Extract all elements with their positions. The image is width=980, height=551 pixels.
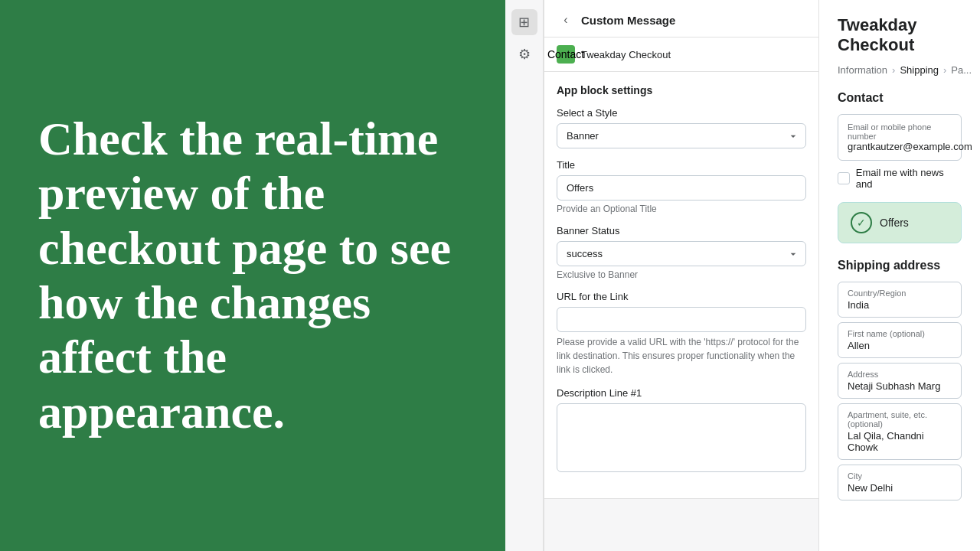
address-apt-value: Lal Qila, Chandni Chowk (848, 430, 952, 453)
offers-text: Offers (880, 217, 909, 229)
settings-title: Custom Message (581, 14, 675, 27)
breadcrumb-sep-2: › (943, 64, 946, 76)
address-country-field: Country/Region India (838, 282, 962, 318)
checkout-preview: Tweakday Checkout Information › Shipping… (819, 0, 980, 551)
address-apt-label: Apartment, suite, etc. (optional) (848, 410, 952, 429)
style-field-group: Select a Style Banner Inline Popup (557, 107, 806, 148)
desc-label: Description Line #1 (557, 387, 806, 399)
address-apt-field: Apartment, suite, etc. (optional) Lal Qi… (838, 403, 962, 460)
banner-status-field-group: Banner Status success warning error info… (557, 225, 806, 280)
url-field-group: URL for the Link Please provide a valid … (557, 291, 806, 377)
breadcrumb-payment: Pa... (951, 64, 972, 76)
offers-check-icon: ✓ (851, 212, 872, 233)
email-checkbox[interactable] (838, 172, 850, 184)
layout-icon[interactable]: ⊞ (511, 9, 537, 35)
shipping-section-title: Shipping address (838, 259, 962, 272)
breadcrumb-sep-1: › (892, 64, 895, 76)
contact-field: Email or mobile phone number grantkautze… (838, 114, 962, 161)
address-firstname-value: Allen (848, 340, 952, 351)
address-firstname-label: First name (optional) (848, 329, 952, 338)
app-icon: Contact (557, 45, 575, 64)
banner-status-select[interactable]: success warning error info (557, 241, 806, 266)
email-opt-row: Email me with news and (838, 167, 962, 190)
middle-wrapper: ⊞ ⚙ ‹ Custom Message Contact Tweakday Ch… (505, 0, 819, 551)
breadcrumb-information: Information (838, 64, 887, 76)
desc-field-group: Description Line #1 (557, 387, 806, 475)
contact-section-title: Contact (838, 91, 962, 105)
address-street-label: Address (848, 370, 952, 379)
sidebar: ⊞ ⚙ (505, 0, 544, 551)
checkout-title: Tweakday Checkout (838, 15, 962, 55)
address-country-value: India (848, 299, 952, 311)
desc-textarea[interactable] (557, 403, 806, 472)
settings-content: App block settings Select a Style Banner… (544, 72, 818, 551)
form-section: App block settings Select a Style Banner… (544, 72, 818, 499)
address-city-value: New Delhi (848, 482, 952, 494)
address-city-label: City (848, 471, 952, 481)
main-heading: Check the real-time preview of the check… (38, 112, 467, 439)
offers-banner: ✓ Offers (838, 202, 962, 243)
left-panel: Check the real-time preview of the check… (0, 0, 505, 551)
settings-header: ‹ Custom Message (544, 0, 818, 37)
contact-field-value: grantkautzer@example.com (848, 141, 952, 152)
address-country-label: Country/Region (848, 289, 952, 298)
address-firstname-field: First name (optional) Allen (838, 322, 962, 358)
app-name: Tweakday Checkout (581, 49, 671, 60)
app-info: Contact Tweakday Checkout (544, 37, 818, 72)
breadcrumb: Information › Shipping › Pa... (838, 64, 962, 76)
address-street-value: Netaji Subhash Marg (848, 380, 952, 392)
back-button[interactable]: ‹ (557, 11, 575, 29)
settings-icon[interactable]: ⚙ (511, 41, 537, 67)
banner-status-hint: Exclusive to Banner (557, 269, 806, 280)
title-label: Title (557, 159, 806, 171)
url-label: URL for the Link (557, 291, 806, 302)
contact-field-label: Email or mobile phone number (848, 122, 952, 141)
banner-status-label: Banner Status (557, 225, 806, 236)
style-label: Select a Style (557, 107, 806, 119)
url-hint: Please provide a valid URL with the 'htt… (557, 335, 806, 377)
address-street-field: Address Netaji Subhash Marg (838, 363, 962, 399)
address-city-field: City New Delhi (838, 465, 962, 500)
title-input[interactable] (557, 175, 806, 201)
url-input[interactable] (557, 307, 806, 332)
breadcrumb-shipping: Shipping (900, 64, 939, 76)
style-select[interactable]: Banner Inline Popup (557, 123, 806, 148)
email-opt-label: Email me with news and (856, 167, 962, 190)
section-title: App block settings (557, 84, 806, 96)
title-field-group: Title Provide an Optional Title (557, 159, 806, 214)
settings-panel: ‹ Custom Message Contact Tweakday Checko… (544, 0, 819, 551)
title-hint: Provide an Optional Title (557, 204, 806, 214)
